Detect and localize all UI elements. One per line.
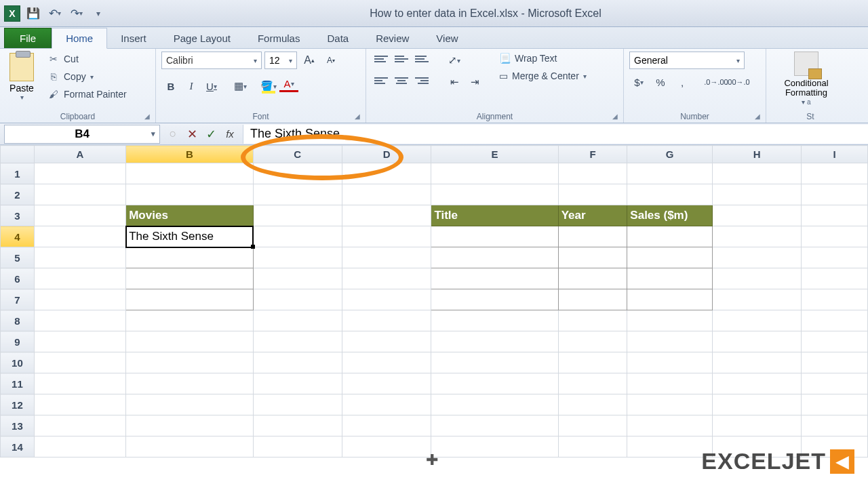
cell-F14[interactable]: [558, 436, 627, 458]
font-size-select[interactable]: 12▾: [264, 52, 297, 69]
row-header-6[interactable]: 6: [1, 268, 35, 289]
merge-center-button[interactable]: ▭Merge & Center▾: [496, 69, 589, 83]
cell-C9[interactable]: [253, 331, 342, 352]
cell-H8[interactable]: [712, 310, 801, 331]
cell-A5[interactable]: [34, 247, 125, 268]
cell-B13[interactable]: [126, 415, 253, 436]
decrease-indent-icon[interactable]: ⇤: [445, 73, 464, 91]
copy-button[interactable]: ⎘Copy▾: [45, 69, 130, 84]
cell-G2[interactable]: [627, 184, 713, 205]
percent-icon[interactable]: %: [651, 73, 670, 91]
cell-D2[interactable]: [342, 184, 431, 205]
cell-I11[interactable]: [802, 373, 868, 394]
wrap-text-button[interactable]: 📃Wrap Text: [496, 52, 589, 65]
cell-G9[interactable]: [627, 331, 713, 352]
align-left-icon[interactable]: [372, 73, 391, 88]
cell-G11[interactable]: [627, 373, 713, 394]
cell-F6[interactable]: [558, 268, 627, 289]
row-header-8[interactable]: 8: [1, 310, 35, 331]
column-header-A[interactable]: A: [34, 146, 125, 163]
cell-E14[interactable]: [431, 436, 558, 458]
cell-F1[interactable]: [558, 163, 627, 184]
row-header-14[interactable]: 14: [1, 436, 35, 458]
cell-G14[interactable]: [627, 436, 713, 458]
cell-A11[interactable]: [34, 373, 125, 394]
cell-I4[interactable]: [802, 226, 868, 247]
cell-G13[interactable]: [627, 415, 713, 436]
cell-A2[interactable]: [34, 184, 125, 205]
column-header-F[interactable]: F: [558, 146, 627, 163]
enter-icon[interactable]: ✓: [202, 125, 220, 143]
cell-C5[interactable]: [253, 247, 342, 268]
cell-H7[interactable]: [712, 289, 801, 310]
cell-B3[interactable]: Movies: [126, 205, 253, 226]
column-header-C[interactable]: C: [253, 146, 342, 163]
font-name-select[interactable]: Calibri▾: [161, 52, 262, 69]
dialog-launcher-icon[interactable]: ◢: [612, 113, 618, 120]
shrink-font-icon[interactable]: A▾: [321, 52, 340, 69]
currency-icon[interactable]: $▾: [629, 73, 648, 91]
cell-H1[interactable]: [712, 163, 801, 184]
cut-button[interactable]: ✂Cut: [45, 52, 130, 66]
cell-B10[interactable]: [126, 352, 253, 373]
cell-G1[interactable]: [627, 163, 713, 184]
conditional-formatting-button[interactable]: Conditional Formatting ▾ a: [772, 52, 841, 110]
cell-C8[interactable]: [253, 310, 342, 331]
cell-F8[interactable]: [558, 310, 627, 331]
bold-button[interactable]: B: [161, 77, 180, 95]
cell-I3[interactable]: [802, 205, 868, 226]
row-header-3[interactable]: 3: [1, 205, 35, 226]
cell-B4[interactable]: The Sixth Sense: [126, 226, 253, 247]
cell-H6[interactable]: [712, 268, 801, 289]
cell-F13[interactable]: [558, 415, 627, 436]
column-header-G[interactable]: G: [627, 146, 713, 163]
cell-C6[interactable]: [253, 268, 342, 289]
cell-I2[interactable]: [802, 184, 868, 205]
cell-C14[interactable]: [253, 436, 342, 458]
cell-I7[interactable]: [802, 289, 868, 310]
cell-F4[interactable]: [558, 226, 627, 247]
cell-D7[interactable]: [342, 289, 431, 310]
cell-E12[interactable]: [431, 394, 558, 415]
cell-G5[interactable]: [627, 247, 713, 268]
cell-D6[interactable]: [342, 268, 431, 289]
undo-icon[interactable]: ↶▾: [46, 5, 64, 22]
cell-E4[interactable]: [431, 226, 558, 247]
cell-A4[interactable]: [34, 226, 125, 247]
cell-I1[interactable]: [802, 163, 868, 184]
grow-font-icon[interactable]: A▴: [300, 52, 319, 69]
column-header-D[interactable]: D: [342, 146, 431, 163]
cell-F5[interactable]: [558, 247, 627, 268]
cell-F7[interactable]: [558, 289, 627, 310]
font-color-icon[interactable]: A▾: [279, 77, 298, 92]
column-header-I[interactable]: I: [802, 146, 868, 163]
cell-G4[interactable]: [627, 226, 713, 247]
cell-I9[interactable]: [802, 331, 868, 352]
cell-I8[interactable]: [802, 310, 868, 331]
cell-A1[interactable]: [34, 163, 125, 184]
select-all-corner[interactable]: [1, 146, 35, 163]
row-header-11[interactable]: 11: [1, 373, 35, 394]
cell-H13[interactable]: [712, 415, 801, 436]
cell-C11[interactable]: [253, 373, 342, 394]
align-right-icon[interactable]: [412, 73, 431, 88]
align-center-icon[interactable]: [392, 73, 411, 88]
cell-H4[interactable]: [712, 226, 801, 247]
orientation-icon[interactable]: ⤢▾: [445, 52, 464, 69]
cell-A8[interactable]: [34, 310, 125, 331]
name-box[interactable]: B4▾: [4, 125, 160, 144]
redo-icon[interactable]: ↷▾: [68, 5, 85, 22]
decrease-decimal-icon[interactable]: .00→.0: [728, 73, 747, 91]
cell-E11[interactable]: [431, 373, 558, 394]
row-header-9[interactable]: 9: [1, 331, 35, 352]
cell-I5[interactable]: [802, 247, 868, 268]
tab-view[interactable]: View: [422, 28, 471, 48]
cell-B12[interactable]: [126, 394, 253, 415]
cell-F2[interactable]: [558, 184, 627, 205]
dialog-launcher-icon[interactable]: ◢: [144, 113, 150, 120]
cell-D13[interactable]: [342, 415, 431, 436]
cell-B9[interactable]: [126, 331, 253, 352]
cell-H5[interactable]: [712, 247, 801, 268]
cell-B1[interactable]: [126, 163, 253, 184]
cell-C12[interactable]: [253, 394, 342, 415]
